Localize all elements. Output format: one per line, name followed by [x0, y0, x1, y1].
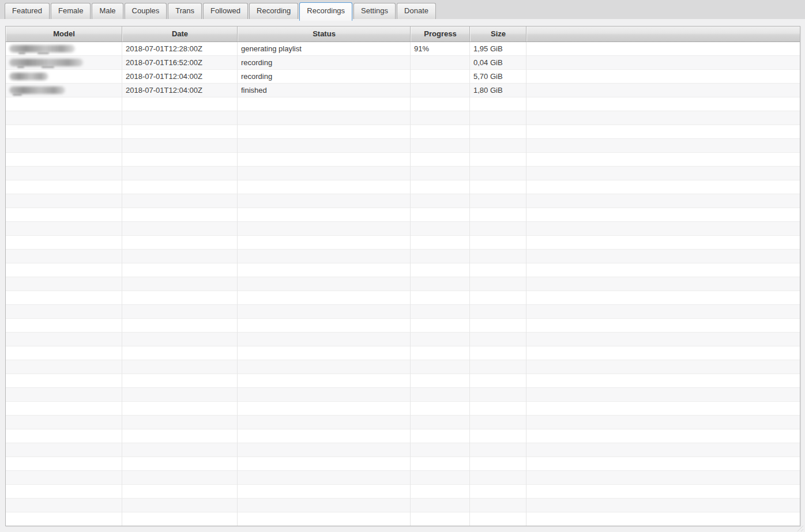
cell-model [6, 319, 122, 333]
table-row[interactable]: 2018-07-01T12:28:00Zgenerating playlist9… [6, 42, 800, 56]
cell-model [6, 153, 122, 167]
cell-date [122, 180, 238, 194]
cell-size [470, 167, 526, 180]
cell-blank [526, 291, 800, 305]
cell-progress [411, 70, 470, 84]
cell-size [470, 111, 526, 125]
cell-progress [411, 56, 470, 70]
cell-blank [526, 333, 800, 346]
cell-progress [411, 167, 470, 180]
cell-blank [526, 512, 800, 526]
cell-date [122, 457, 238, 471]
cell-size [470, 485, 526, 499]
cell-status [238, 125, 411, 139]
tab-donate[interactable]: Donate [397, 3, 436, 19]
cell-size [470, 125, 526, 139]
cell-status [238, 333, 411, 346]
cell-model [6, 512, 122, 526]
cell-blank [526, 180, 800, 194]
tab-couples[interactable]: Couples [125, 3, 167, 19]
cell-model [6, 360, 122, 374]
cell-status [238, 360, 411, 374]
cell-progress [411, 208, 470, 222]
cell-status [238, 236, 411, 250]
cell-progress [411, 388, 470, 402]
cell-status [238, 512, 411, 526]
column-header-model[interactable]: Model [6, 27, 122, 41]
cell-size: 0,04 GiB [470, 56, 526, 70]
cell-model [6, 333, 122, 346]
cell-size [470, 208, 526, 222]
cell-model [6, 263, 122, 277]
cell-blank [526, 277, 800, 291]
cell-date [122, 194, 238, 208]
cell-blank [526, 222, 800, 236]
tab-male[interactable]: Male [92, 3, 123, 19]
table-row-empty [6, 194, 800, 208]
cell-date [122, 416, 238, 429]
tab-followed[interactable]: Followed [203, 3, 248, 19]
cell-blank [526, 416, 800, 429]
cell-model [6, 236, 122, 250]
cell-status [238, 374, 411, 388]
tab-featured[interactable]: Featured [5, 3, 50, 19]
cell-blank [526, 208, 800, 222]
table-row[interactable]: 2018-07-01T16:52:00Zrecording0,04 GiB [6, 56, 800, 70]
cell-size [470, 250, 526, 263]
table-row[interactable]: 2018-07-01T12:04:00Zfinished1,80 GiB [6, 84, 800, 97]
cell-progress [411, 457, 470, 471]
tab-female[interactable]: Female [51, 3, 91, 19]
cell-size [470, 388, 526, 402]
cell-date [122, 291, 238, 305]
table-row-empty [6, 429, 800, 443]
column-header-size[interactable]: Size [470, 27, 526, 41]
cell-date [122, 97, 238, 111]
cell-date [122, 346, 238, 360]
table-row-empty [6, 139, 800, 153]
tab-trans[interactable]: Trans [168, 3, 202, 19]
cell-size [470, 305, 526, 319]
column-header-blank[interactable] [526, 27, 800, 41]
cell-status [238, 139, 411, 153]
cell-status [238, 250, 411, 263]
cell-date [122, 153, 238, 167]
cell-blank [526, 360, 800, 374]
cell-model [6, 499, 122, 512]
table-header-row: ModelDateStatusProgressSize [6, 27, 800, 42]
cell-status [238, 305, 411, 319]
cell-status [238, 97, 411, 111]
cell-model [6, 277, 122, 291]
table-row-empty [6, 153, 800, 167]
cell-model [6, 250, 122, 263]
cell-blank [526, 84, 800, 97]
cell-model [6, 70, 122, 84]
cell-model [6, 485, 122, 499]
table-row[interactable]: 2018-07-01T12:04:00Zrecording5,70 GiB [6, 70, 800, 84]
column-header-progress[interactable]: Progress [411, 27, 470, 41]
tab-recording[interactable]: Recording [249, 3, 298, 19]
cell-date [122, 319, 238, 333]
cell-model [6, 56, 122, 70]
tab-recordings[interactable]: Recordings [299, 2, 352, 21]
cell-date [122, 512, 238, 526]
cell-progress [411, 153, 470, 167]
cell-date [122, 208, 238, 222]
cell-size [470, 499, 526, 512]
cell-blank [526, 305, 800, 319]
model-name-redacted-fragment [17, 66, 24, 68]
column-header-status[interactable]: Status [238, 27, 411, 41]
table-row-empty [6, 471, 800, 485]
cell-size [470, 139, 526, 153]
cell-model [6, 429, 122, 443]
cell-date [122, 499, 238, 512]
cell-progress [411, 111, 470, 125]
cell-progress: 91% [411, 42, 470, 56]
cell-status: generating playlist [238, 42, 411, 56]
cell-blank [526, 139, 800, 153]
cell-model [6, 374, 122, 388]
column-header-date[interactable]: Date [122, 27, 238, 41]
cell-blank [526, 42, 800, 56]
tab-settings[interactable]: Settings [353, 3, 396, 19]
cell-size [470, 277, 526, 291]
cell-progress [411, 346, 470, 360]
